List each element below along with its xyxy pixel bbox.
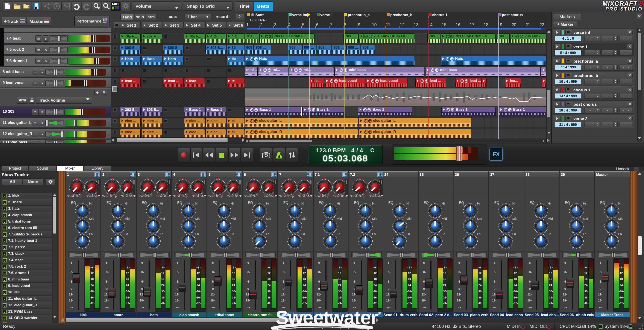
svg-text:♪: ♪	[27, 4, 30, 9]
svg-text:MIDI: MIDI	[112, 2, 119, 6]
